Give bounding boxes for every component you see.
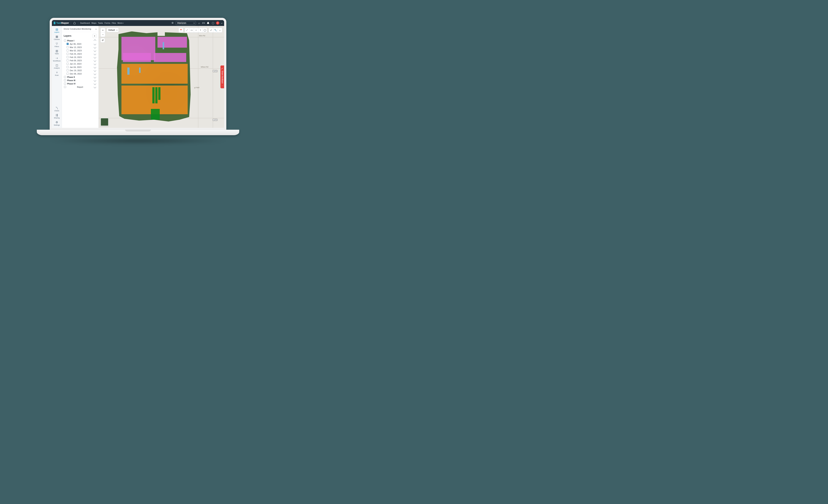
top-nav: Dashboard Maps Tasks Forms Files More bbox=[80, 22, 123, 24]
point-tool-icon[interactable]: • bbox=[198, 28, 203, 32]
layer-date[interactable]: Apr 06, 2023 bbox=[66, 42, 97, 46]
rail-classes[interactable]: ▦Classes bbox=[52, 34, 61, 41]
layers-title: Layers bbox=[64, 34, 71, 37]
layers-panel: Drone Construction Monitoring Layers + P… bbox=[62, 26, 98, 128]
circle-tool-icon[interactable]: ○ bbox=[194, 28, 198, 32]
laptop-shadow bbox=[48, 137, 228, 144]
share-feedback-button[interactable]: Share feedback ⋮ bbox=[220, 65, 224, 88]
gear-icon: ⚙ bbox=[52, 121, 61, 124]
layers-icon: ▤ bbox=[52, 28, 61, 31]
rail-layers[interactable]: ▤Layers bbox=[52, 27, 61, 34]
nav-tasks[interactable]: Tasks bbox=[98, 22, 103, 24]
phase1-dates: Apr 06, 2023 Mar 13, 2023 Mar 02, 2023 F… bbox=[63, 42, 97, 75]
layer-date[interactable]: Mar 13, 2023 bbox=[66, 46, 97, 49]
zoom-out-button[interactable]: − bbox=[101, 32, 105, 37]
measure-icon[interactable]: ⤢ bbox=[209, 28, 213, 32]
layer-date[interactable]: Dec 19, 2022 bbox=[66, 69, 97, 72]
rail-scan[interactable]: ⌗Scan bbox=[52, 70, 61, 77]
layer-date[interactable]: Feb 09, 2023 bbox=[66, 59, 97, 62]
workspace-selector[interactable]: Horizon bbox=[176, 21, 196, 25]
collapse-icon[interactable] bbox=[94, 39, 96, 42]
ellipse-tool-icon[interactable]: ◯ bbox=[203, 28, 207, 32]
chart-icon: ◫ bbox=[52, 64, 61, 67]
util-tools: ⤢ 🔧 ⌕ bbox=[209, 28, 222, 33]
rail-settings[interactable]: ⚙Settings bbox=[52, 120, 61, 127]
share-icon: ⇶ bbox=[52, 114, 61, 117]
screen: TaskMapper Dashboard Maps Tasks Forms Fi… bbox=[50, 18, 226, 130]
bell-icon[interactable] bbox=[206, 22, 210, 25]
add-layer-button[interactable]: + bbox=[92, 34, 96, 38]
laptop-frame: TaskMapper Dashboard Maps Tasks Forms Fi… bbox=[48, 18, 228, 150]
logo-text-a: Task bbox=[56, 22, 61, 24]
map-controls-tl: + − ↺ Default bbox=[100, 28, 119, 42]
grid-icon: ▦ bbox=[52, 35, 61, 38]
pencil-icon bbox=[221, 67, 223, 69]
zoom-in-button[interactable]: + bbox=[101, 28, 105, 32]
layer-report[interactable]: Report bbox=[63, 85, 97, 89]
pin-icon[interactable]: 📍 bbox=[179, 28, 183, 32]
project-selector[interactable]: Drone Construction Monitoring bbox=[62, 26, 98, 32]
chevron-down-icon bbox=[122, 22, 124, 24]
minimap[interactable] bbox=[100, 118, 109, 126]
topbar: TaskMapper Dashboard Maps Tasks Forms Fi… bbox=[52, 20, 224, 26]
nav-files[interactable]: Files bbox=[112, 22, 116, 24]
chat-icon[interactable] bbox=[211, 22, 214, 25]
workflow-icon: ⇢ bbox=[52, 56, 61, 60]
home-icon[interactable] bbox=[73, 22, 76, 25]
nav-more[interactable]: More bbox=[117, 22, 123, 24]
search-icon[interactable]: ⌕ bbox=[218, 28, 222, 32]
laptop-base bbox=[37, 130, 239, 135]
layer-tree: Phase I Apr 06, 2023 Mar 13, 2023 Mar 02… bbox=[62, 39, 98, 90]
road-label-field: g Field bbox=[194, 87, 199, 88]
map-controls-tr: 📍 ／ ▭ ○ • ◯ ⤢ 🔧 ⌕ bbox=[178, 28, 222, 33]
chevron-down-icon[interactable] bbox=[221, 22, 222, 24]
layer-date[interactable]: Feb 25, 2023 bbox=[66, 52, 97, 55]
aerial-overlay bbox=[117, 32, 191, 122]
scan-icon: ⌗ bbox=[52, 71, 61, 74]
avatar[interactable]: e bbox=[216, 22, 219, 25]
app-body: ▤Layers ▦Classes ▽Filters ▥Table ⇢Workfl… bbox=[52, 26, 224, 128]
layer-phase4[interactable]: Phase IV bbox=[63, 82, 97, 85]
chevron-down-icon bbox=[116, 29, 118, 30]
layer-phase2[interactable]: Phase II bbox=[63, 75, 97, 79]
rail-filters[interactable]: ▽Filters bbox=[52, 41, 61, 48]
chevron-down-icon bbox=[95, 28, 97, 30]
nav-maps[interactable]: Maps bbox=[91, 22, 96, 24]
rect-tool-icon[interactable]: ▭ bbox=[189, 28, 194, 32]
road-label-stice: Stice Rd bbox=[199, 35, 205, 37]
workspace-name: Horizon bbox=[177, 22, 186, 25]
layer-phase1[interactable]: Phase I bbox=[63, 39, 97, 42]
checkbox[interactable] bbox=[64, 40, 66, 42]
app-logo[interactable]: TaskMapper bbox=[54, 22, 69, 24]
layer-phase3[interactable]: Phase III bbox=[63, 79, 97, 82]
gear-icon[interactable] bbox=[171, 22, 174, 25]
dots-icon: ⋮ bbox=[221, 85, 223, 86]
line-tool-icon[interactable]: ／ bbox=[185, 28, 189, 32]
layer-date[interactable]: Jan 04, 2023 bbox=[66, 66, 97, 69]
map-canvas[interactable]: Stice Rd Wilson Rd g Field 1173 1173 bbox=[98, 26, 224, 128]
logo-text: TaskMapper bbox=[56, 22, 69, 24]
rail-charts[interactable]: 〽Charts bbox=[52, 106, 61, 112]
rail-workflows[interactable]: ⇢Workflows bbox=[52, 56, 61, 62]
chevron-down-icon bbox=[193, 22, 195, 24]
layer-date[interactable]: Feb 19, 2023 bbox=[66, 55, 97, 59]
rail-sharing[interactable]: ⇶Sharing bbox=[52, 113, 61, 120]
language-toggle[interactable]: EN bbox=[202, 22, 205, 24]
feedback-label: Share feedback bbox=[221, 71, 223, 83]
search-icon[interactable] bbox=[198, 22, 201, 25]
layer-date[interactable]: Dec 06, 2022 bbox=[66, 72, 97, 75]
map-style-label: Default bbox=[109, 29, 115, 31]
route-badge: 1173 bbox=[213, 70, 217, 72]
rail-table[interactable]: ▥Table bbox=[52, 49, 61, 55]
layer-date[interactable]: Mar 02, 2023 bbox=[66, 49, 97, 52]
divider bbox=[78, 22, 78, 25]
nav-forms[interactable]: Forms bbox=[105, 22, 110, 24]
route-badge: 1173 bbox=[213, 119, 217, 121]
map-style-select[interactable]: Default bbox=[107, 28, 119, 32]
logo-mark-icon bbox=[54, 22, 55, 24]
rail-analyze[interactable]: ◫Analyze bbox=[52, 63, 61, 70]
wrench-icon[interactable]: 🔧 bbox=[213, 28, 218, 32]
layer-date[interactable]: Jan 22, 2023 bbox=[66, 62, 97, 66]
nav-dashboard[interactable]: Dashboard bbox=[80, 22, 90, 24]
reset-view-button[interactable]: ↺ bbox=[100, 38, 105, 42]
